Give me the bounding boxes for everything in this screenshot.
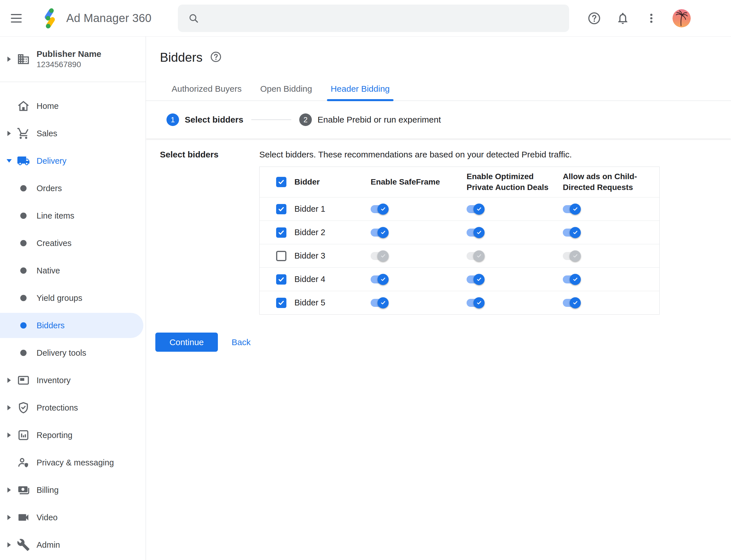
- sidebar-item-delivery[interactable]: Delivery: [0, 147, 146, 175]
- sidebar-item-label: Home: [37, 101, 59, 111]
- bullet-icon: [17, 346, 30, 360]
- child-directed-toggle[interactable]: [563, 252, 579, 260]
- bullet-icon: [17, 319, 30, 332]
- sidebar-item-home[interactable]: Home: [0, 92, 146, 120]
- optimized-deals-toggle[interactable]: [466, 275, 483, 283]
- row-checkbox[interactable]: [276, 274, 287, 285]
- expand-caret-icon[interactable]: [3, 433, 15, 438]
- sidebar-item-label: Reporting: [37, 431, 73, 440]
- bidder-name: Bidder 1: [295, 204, 325, 214]
- search-bar[interactable]: [178, 5, 569, 32]
- tab-authorized-buyers[interactable]: Authorized Buyers: [172, 82, 242, 101]
- tab-bar: Authorized Buyers Open Bidding Header Bi…: [146, 82, 731, 101]
- row-checkbox[interactable]: [276, 298, 287, 308]
- sidebar-item-label: Creatives: [37, 239, 72, 248]
- shield-check-icon: [17, 401, 30, 415]
- sidebar-item-label: Admin: [37, 540, 60, 550]
- sidebar-item-bidders[interactable]: Bidders: [0, 312, 146, 339]
- table-row: Bidder 5: [260, 291, 659, 314]
- bullet-icon: [17, 209, 30, 223]
- column-header-child-directed: Allow ads on Child-Directed Requests: [563, 172, 639, 192]
- select-all-checkbox[interactable]: [276, 177, 287, 187]
- step-1-label: Select bidders: [185, 115, 243, 125]
- wrench-icon: [17, 538, 30, 552]
- sidebar-item-sales[interactable]: Sales: [0, 120, 146, 147]
- sidebar-item-line-items[interactable]: Line items: [0, 202, 146, 229]
- sidebar-item-reporting[interactable]: Reporting: [0, 421, 146, 449]
- tab-open-bidding[interactable]: Open Bidding: [260, 82, 312, 101]
- sidebar-item-creatives[interactable]: Creatives: [0, 229, 146, 257]
- search-input[interactable]: [206, 5, 569, 32]
- sidebar-item-label: Line items: [37, 211, 74, 221]
- help-icon[interactable]: [210, 51, 222, 64]
- expand-caret-icon[interactable]: [3, 542, 15, 547]
- safeframe-toggle[interactable]: [370, 275, 387, 283]
- safeframe-toggle[interactable]: [370, 229, 387, 237]
- page-title: Bidders: [160, 50, 203, 65]
- sidebar-item-label: Delivery tools: [37, 348, 86, 358]
- step-1-circle: 1: [167, 113, 179, 126]
- sidebar-nav: Home Sales Delivery Orders: [0, 82, 146, 559]
- section-label: Select bidders: [160, 149, 259, 160]
- continue-button[interactable]: Continue: [155, 333, 218, 352]
- optimized-deals-toggle[interactable]: [466, 252, 483, 260]
- back-link[interactable]: Back: [232, 337, 251, 347]
- safeframe-toggle[interactable]: [370, 252, 387, 260]
- sidebar-item-label: Video: [37, 513, 58, 522]
- avatar[interactable]: [672, 9, 691, 27]
- step-2-circle: 2: [299, 113, 312, 126]
- expand-caret-icon[interactable]: [3, 378, 15, 383]
- bidder-name: Bidder 3: [295, 251, 325, 261]
- inventory-icon: [17, 373, 30, 387]
- table-row: Bidder 3: [260, 244, 659, 267]
- optimized-deals-toggle[interactable]: [466, 229, 483, 237]
- expand-caret-icon[interactable]: [3, 515, 15, 520]
- child-directed-toggle[interactable]: [563, 205, 579, 213]
- search-icon: [188, 13, 199, 24]
- expand-caret-icon[interactable]: [3, 487, 15, 493]
- optimized-deals-toggle[interactable]: [466, 299, 483, 307]
- publisher-name: Publisher Name: [37, 49, 101, 59]
- safeframe-toggle[interactable]: [370, 205, 387, 213]
- optimized-deals-toggle[interactable]: [466, 205, 483, 213]
- row-checkbox[interactable]: [276, 227, 287, 238]
- sidebar-item-privacy-messaging[interactable]: Privacy & messaging: [0, 449, 146, 476]
- sidebar-item-video[interactable]: Video: [0, 504, 146, 531]
- publisher-switcher[interactable]: Publisher Name 1234567890: [0, 37, 146, 82]
- collapse-caret-icon[interactable]: [3, 159, 15, 163]
- sidebar-item-label: Yield groups: [37, 293, 82, 303]
- row-checkbox[interactable]: [276, 251, 287, 261]
- person-shield-icon: [17, 456, 30, 469]
- shopping-cart-icon: [17, 127, 30, 140]
- sidebar-item-admin[interactable]: Admin: [0, 531, 146, 559]
- sidebar-item-label: Privacy & messaging: [37, 458, 114, 467]
- safeframe-toggle[interactable]: [370, 299, 387, 307]
- child-directed-toggle[interactable]: [563, 299, 579, 307]
- sidebar-item-protections[interactable]: Protections: [0, 394, 146, 421]
- child-directed-toggle[interactable]: [563, 229, 579, 237]
- notifications-icon[interactable]: [615, 11, 630, 26]
- description: Select bidders. These recommendations ar…: [259, 149, 731, 160]
- menu-icon[interactable]: [11, 10, 27, 26]
- table-row: Bidder 2: [260, 221, 659, 244]
- step-2-label: Enable Prebid or run experiment: [318, 115, 441, 125]
- column-header-safeframe: Enable SafeFrame: [370, 177, 446, 186]
- more-vert-icon[interactable]: [644, 11, 659, 26]
- sidebar-item-native[interactable]: Native: [0, 257, 146, 284]
- sidebar-item-orders[interactable]: Orders: [0, 175, 146, 202]
- sidebar-item-label: Billing: [37, 485, 59, 495]
- sidebar-item-inventory[interactable]: Inventory: [0, 367, 146, 394]
- expand-caret-icon[interactable]: [3, 405, 15, 410]
- sidebar-item-yield-groups[interactable]: Yield groups: [0, 284, 146, 312]
- child-directed-toggle[interactable]: [563, 275, 579, 283]
- app-title: Ad Manager 360: [66, 12, 152, 25]
- expand-caret-icon[interactable]: [3, 131, 15, 136]
- video-camera-icon: [17, 511, 30, 524]
- bidder-name: Bidder 4: [295, 275, 325, 284]
- sidebar-item-delivery-tools[interactable]: Delivery tools: [0, 339, 146, 367]
- sidebar-item-billing[interactable]: Billing: [0, 476, 146, 504]
- expand-caret-icon[interactable]: [3, 57, 15, 62]
- help-icon[interactable]: [587, 11, 602, 26]
- row-checkbox[interactable]: [276, 204, 287, 214]
- tab-header-bidding[interactable]: Header Bidding: [331, 82, 390, 101]
